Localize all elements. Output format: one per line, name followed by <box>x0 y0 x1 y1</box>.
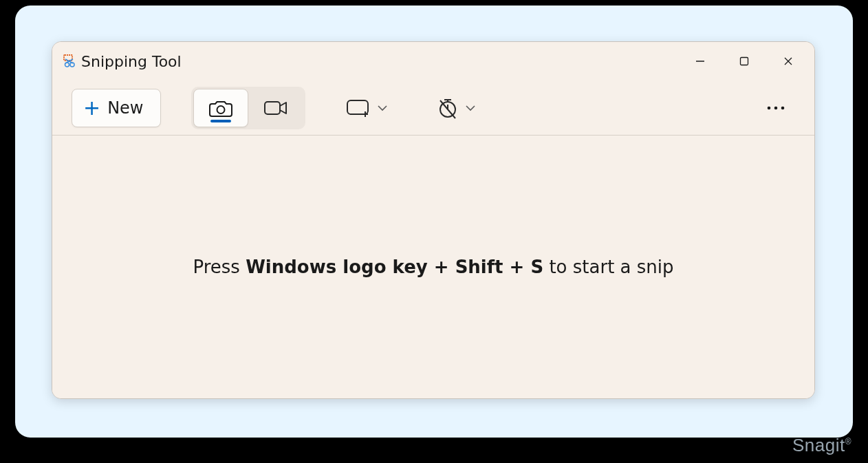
app-window: Snipping Tool + New <box>52 41 815 399</box>
window-controls <box>678 45 810 78</box>
svg-rect-10 <box>265 102 280 114</box>
snip-mode-button[interactable] <box>193 89 248 127</box>
plus-icon: + <box>83 98 100 118</box>
capture-mode-switch <box>191 87 305 129</box>
svg-point-9 <box>217 106 224 114</box>
maximize-button[interactable] <box>722 45 766 78</box>
hint-suffix: to start a snip <box>543 257 673 277</box>
content-area: Press Windows logo key + Shift + S to st… <box>52 136 814 398</box>
snagit-watermark: Snagit® <box>792 435 851 456</box>
more-button[interactable] <box>757 89 795 127</box>
no-delay-icon <box>436 96 459 120</box>
record-mode-button[interactable] <box>248 89 303 127</box>
video-icon <box>263 98 288 118</box>
watermark-text: Snagit <box>792 435 845 455</box>
chevron-down-icon <box>465 105 476 111</box>
camera-icon <box>209 98 232 118</box>
svg-rect-6 <box>741 58 748 65</box>
watermark-reg: ® <box>845 437 851 446</box>
new-button-label: New <box>107 98 143 118</box>
snip-shape-dropdown[interactable] <box>337 89 396 127</box>
close-button[interactable] <box>766 45 810 78</box>
svg-point-19 <box>768 106 771 109</box>
chevron-down-icon <box>377 105 388 111</box>
titlebar[interactable]: Snipping Tool <box>52 42 814 80</box>
toolbar: + New <box>52 80 814 136</box>
shortcut-hint: Press Windows logo key + Shift + S to st… <box>193 257 673 277</box>
new-button[interactable]: + New <box>72 89 161 127</box>
svg-point-21 <box>781 106 785 109</box>
minimize-button[interactable] <box>678 45 722 78</box>
hint-prefix: Press <box>193 257 246 277</box>
svg-point-20 <box>774 106 778 109</box>
more-icon <box>766 105 785 111</box>
window-title: Snipping Tool <box>81 53 182 70</box>
hint-shortcut: Windows logo key + Shift + S <box>246 257 543 277</box>
delay-dropdown[interactable] <box>428 89 484 127</box>
snipping-tool-icon <box>62 54 77 69</box>
rectangle-plus-icon <box>345 98 371 118</box>
